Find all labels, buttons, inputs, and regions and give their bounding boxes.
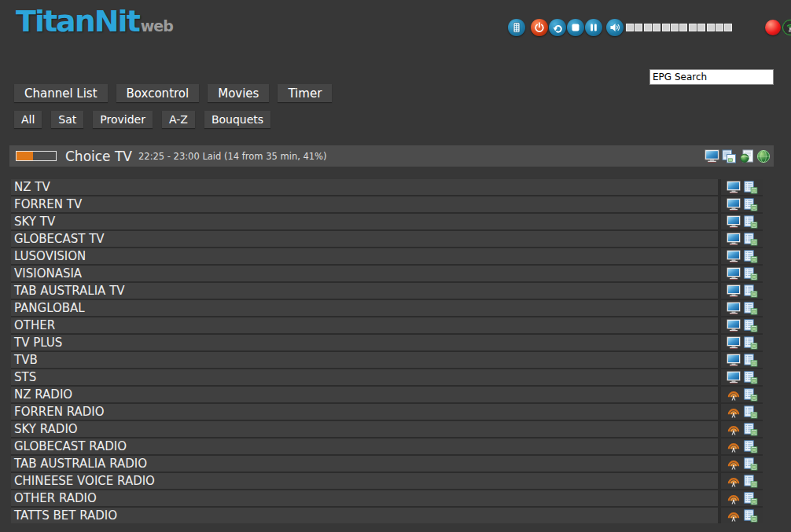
radio-antenna-icon[interactable]	[727, 388, 741, 401]
channel-name[interactable]: TAB AUSTRALIA RADIO	[11, 456, 718, 471]
volume-segment[interactable]	[724, 24, 732, 31]
epg-list-icon[interactable]	[744, 250, 758, 263]
radio-antenna-icon[interactable]	[727, 405, 741, 418]
radio-antenna-icon[interactable]	[727, 475, 741, 487]
epg-list-icon[interactable]	[744, 440, 758, 453]
volume-segment[interactable]	[697, 24, 705, 31]
epg-list-icon[interactable]	[744, 198, 758, 211]
channel-name[interactable]: TATTS BET RADIO	[11, 508, 718, 523]
channel-name[interactable]: TVB	[11, 352, 718, 368]
monitor-icon[interactable]	[727, 250, 741, 262]
volume-segment[interactable]	[689, 24, 697, 31]
epg-list-icon[interactable]	[744, 457, 758, 471]
volume-segment[interactable]	[653, 24, 660, 31]
nav-timer-button[interactable]: Timer	[278, 84, 332, 102]
channel-name[interactable]: GLOBECAST RADIO	[11, 438, 718, 454]
channel-name[interactable]: TV PLUS	[11, 335, 718, 350]
epg-list-icon[interactable]	[744, 267, 758, 281]
epg-list-icon[interactable]	[744, 509, 758, 523]
epg-list-icon[interactable]	[744, 319, 758, 332]
epg-list-icon[interactable]	[744, 215, 758, 229]
epg-list-icon[interactable]	[744, 405, 758, 419]
filter-all-button[interactable]: All	[14, 111, 42, 128]
monitor-icon[interactable]	[727, 215, 741, 228]
logo-reflection: TitanNitweb	[16, 36, 173, 60]
volume-segment[interactable]	[626, 24, 634, 31]
nav-movies-button[interactable]: Movies	[208, 84, 269, 102]
channel-name[interactable]: NZ RADIO	[11, 387, 718, 402]
player-controls	[508, 19, 791, 36]
antenna-button[interactable]	[782, 20, 791, 35]
epg-list-icon[interactable]	[744, 336, 758, 350]
monitor-icon[interactable]	[705, 149, 719, 163]
channel-name[interactable]: CHINEESE VOICE RADIO	[11, 473, 718, 489]
power-button[interactable]	[531, 19, 548, 36]
stop-button[interactable]	[567, 19, 584, 36]
monitor-icon[interactable]	[727, 267, 741, 280]
radio-antenna-icon[interactable]	[727, 457, 741, 470]
channel-name[interactable]: TAB AUSTRALIA TV	[11, 283, 718, 299]
filter-provider-button[interactable]: Provider	[93, 111, 153, 128]
channel-name[interactable]: NZ TV	[11, 179, 718, 195]
radio-antenna-icon[interactable]	[727, 423, 741, 435]
monitor-icon[interactable]	[727, 181, 741, 193]
globe-icon[interactable]	[756, 149, 771, 163]
remote-button[interactable]	[508, 19, 525, 36]
monitor-icon[interactable]	[727, 371, 741, 383]
volume-segment[interactable]	[644, 24, 652, 31]
channel-name[interactable]: STS	[11, 369, 718, 385]
channel-name[interactable]: FORREN RADIO	[11, 404, 718, 420]
nav-channel-list-button[interactable]: Channel List	[14, 84, 108, 102]
undo-button[interactable]	[549, 19, 566, 36]
monitor-icon[interactable]	[727, 284, 741, 297]
document-globe-icon[interactable]	[739, 149, 754, 163]
channel-name[interactable]: SKY TV	[11, 214, 718, 229]
epg-list-icon[interactable]	[744, 354, 758, 367]
volume-segment[interactable]	[635, 24, 642, 31]
monitor-icon[interactable]	[727, 354, 741, 366]
monitor-icon[interactable]	[727, 233, 741, 245]
channel-row-actions	[721, 196, 763, 212]
epg-list-icon[interactable]	[744, 388, 758, 402]
volume-segment[interactable]	[662, 24, 670, 31]
nav-boxcontrol-button[interactable]: Boxcontrol	[116, 84, 200, 102]
filter-sat-button[interactable]: Sat	[51, 111, 83, 128]
monitor-icon[interactable]	[727, 336, 741, 349]
channel-row: PANGLOBAL	[11, 300, 763, 316]
epg-search-input[interactable]	[649, 69, 774, 85]
epg-list-icon[interactable]	[744, 233, 758, 246]
radio-antenna-icon[interactable]	[727, 440, 741, 453]
pause-button[interactable]	[585, 19, 602, 36]
epg-list-icon[interactable]	[744, 181, 758, 194]
volume-segment[interactable]	[716, 24, 723, 31]
channel-name[interactable]: OTHER	[11, 317, 718, 333]
channel-name[interactable]: FORREN TV	[11, 196, 718, 212]
channel-name[interactable]: OTHER RADIO	[11, 490, 718, 506]
monitor-icon[interactable]	[727, 198, 741, 211]
channel-row: SKY RADIO	[11, 421, 763, 437]
pages-icon[interactable]	[722, 149, 737, 163]
volume-button[interactable]	[606, 19, 624, 36]
epg-list-icon[interactable]	[744, 492, 758, 505]
epg-list-icon[interactable]	[744, 302, 758, 315]
filter-bouquets-button[interactable]: Bouquets	[204, 111, 270, 128]
monitor-icon[interactable]	[727, 302, 741, 314]
filter-az-button[interactable]: A-Z	[162, 111, 195, 128]
radio-antenna-icon[interactable]	[727, 492, 741, 504]
monitor-icon[interactable]	[727, 319, 741, 332]
volume-segment[interactable]	[671, 24, 679, 31]
epg-list-icon[interactable]	[744, 423, 758, 436]
epg-list-icon[interactable]	[744, 475, 758, 488]
epg-list-icon[interactable]	[744, 284, 758, 298]
epg-list-icon[interactable]	[744, 371, 758, 384]
channel-name[interactable]: LUSOVISION	[11, 248, 718, 264]
radio-antenna-icon[interactable]	[727, 509, 741, 522]
volume-segment[interactable]	[707, 24, 715, 31]
remote-icon	[512, 22, 521, 33]
channel-name[interactable]: VISIONASIA	[11, 266, 718, 281]
channel-name[interactable]: SKY RADIO	[11, 421, 718, 437]
channel-row: TAB AUSTRALIA RADIO	[11, 456, 763, 471]
volume-segment[interactable]	[679, 24, 687, 31]
channel-name[interactable]: GLOBECAST TV	[11, 231, 718, 247]
channel-name[interactable]: PANGLOBAL	[11, 300, 718, 316]
